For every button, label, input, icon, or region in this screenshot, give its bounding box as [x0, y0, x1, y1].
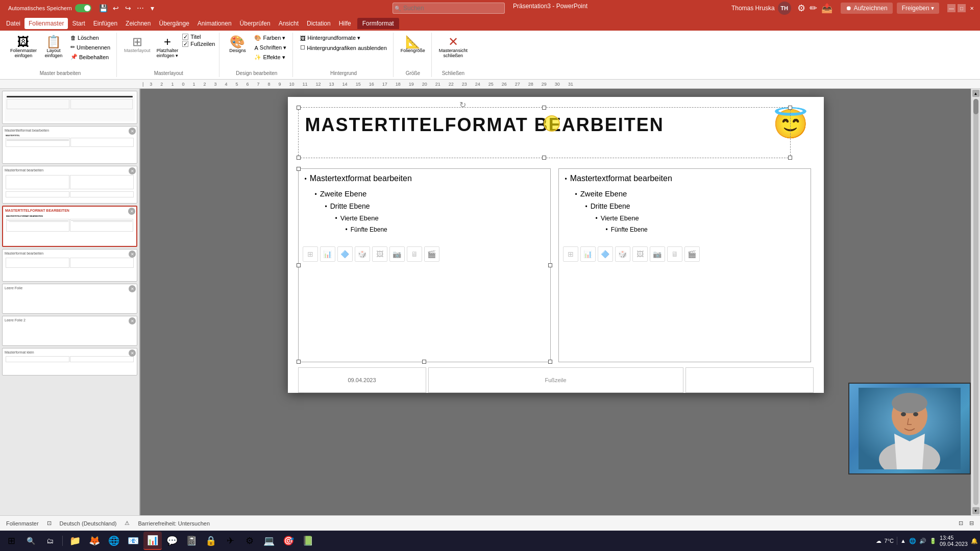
taskbar-chrome[interactable]: 🌐: [105, 532, 123, 550]
qa-dropdown-button[interactable]: ▾: [148, 3, 158, 13]
left-handle-br[interactable]: [548, 360, 552, 364]
scroll-track[interactable]: [973, 99, 978, 505]
slide-close-2[interactable]: ✕: [129, 128, 136, 135]
scroll-down-button[interactable]: ▼: [972, 507, 979, 514]
menu-folienmaster[interactable]: Folienmaster: [24, 18, 68, 29]
menu-ueberpruefen[interactable]: Überprüfen: [236, 18, 275, 29]
slide-close-5[interactable]: ✕: [129, 251, 136, 258]
maximize-button[interactable]: □: [958, 4, 966, 12]
masteransicht-schliessen-button[interactable]: ✕ Masteransichtschließen: [437, 34, 470, 60]
handle-tm[interactable]: [542, 106, 546, 110]
taskbar-onenote[interactable]: 📓: [182, 532, 201, 550]
slide-thumb-5[interactable]: ✕ Masterformat bearbeiten: [2, 249, 137, 282]
normal-view-icon[interactable]: ⊡: [959, 520, 963, 527]
content-area-right[interactable]: • Mastertextformat bearbeiten • Zweite E…: [558, 168, 811, 362]
handle-tr[interactable]: [788, 106, 792, 110]
record-button[interactable]: ⏺ Aufzeichnen: [841, 3, 893, 14]
slide-sorter-icon[interactable]: ⊟: [969, 520, 974, 527]
taskbar-firefox[interactable]: 🦊: [85, 532, 104, 550]
folienmaster-einfuegen-button[interactable]: 🖼 Folienmastereinfügen: [8, 34, 39, 60]
layout-einfuegen-button[interactable]: 📋 Layouteinfügen: [41, 34, 66, 60]
beibehalten-button[interactable]: 📌 Beibehalten: [68, 53, 112, 61]
schriften-button[interactable]: A Schriften ▾: [252, 43, 288, 52]
autosave-toggle[interactable]: [75, 4, 91, 12]
taskbar-powerpoint[interactable]: 📊: [143, 532, 162, 550]
slide-thumb-2[interactable]: ✕ Mastertitelformat bearbeiten MASTERTIT…: [2, 126, 137, 164]
taskbar-explorer[interactable]: 📁: [66, 532, 84, 550]
slide-panel[interactable]: ✕ Mastertitelformat bearbeiten MASTERTIT…: [0, 89, 140, 515]
slide-close-3[interactable]: ✕: [129, 167, 136, 174]
slide-close-8[interactable]: ✕: [129, 349, 136, 357]
masterlayout-button[interactable]: ⊞ Masterlayout: [122, 34, 153, 55]
fusszeilen-checkbox[interactable]: ✓ Fußzeilen: [182, 41, 215, 47]
slide-thumb-3[interactable]: ✕ Masterformat bearbeiten: [2, 166, 137, 204]
taskbar-vpn[interactable]: 🔒: [202, 532, 220, 550]
taskbar-telegram[interactable]: ✈: [221, 532, 239, 550]
menu-start[interactable]: Start: [68, 18, 89, 29]
handle-br[interactable]: [788, 156, 792, 160]
taskbar-misc1[interactable]: ⚙: [240, 532, 259, 550]
left-handle-tl[interactable]: [297, 167, 301, 171]
handle-tl[interactable]: [297, 106, 301, 110]
share2-icon[interactable]: 📤: [821, 3, 832, 14]
farben-button[interactable]: 🎨 Farben ▾: [252, 34, 288, 42]
loeschen-button[interactable]: 🗑 Löschen: [68, 34, 112, 42]
effekte-button[interactable]: ✨ Effekte ▾: [252, 53, 288, 62]
save-button[interactable]: 💾: [99, 3, 109, 13]
menu-uebergaenge[interactable]: Übergänge: [155, 18, 193, 29]
slide-thumb-8[interactable]: ✕ Masterformat klein: [2, 348, 137, 375]
taskbar-teams[interactable]: 💬: [163, 532, 181, 550]
menu-formformat[interactable]: Formformat: [357, 18, 399, 29]
slide-close-7[interactable]: ✕: [129, 317, 136, 324]
handle-bm[interactable]: [542, 156, 546, 160]
redo-button[interactable]: ↪: [123, 3, 133, 13]
taskbar-sound-icon[interactable]: 🔊: [919, 538, 926, 544]
slide-thumb-4[interactable]: ✕ MASTERTITELFORMAT BEARBEITEN MASTERTIT…: [2, 206, 137, 247]
taskbar-search-icon[interactable]: 🔍: [21, 532, 40, 550]
menu-hilfe[interactable]: Hilfe: [335, 18, 355, 29]
menu-animationen[interactable]: Animationen: [193, 18, 236, 29]
scroll-up-button[interactable]: ▲: [972, 90, 979, 97]
menu-ansicht[interactable]: Ansicht: [275, 18, 303, 29]
platzhalter-einfuegen-button[interactable]: + Platzhaltereinfügen ▾: [155, 34, 181, 60]
titel-checkbox[interactable]: ✓ Titel: [182, 34, 215, 40]
right-scrollbar[interactable]: ▲ ▼: [971, 89, 980, 515]
taskbar-battery-icon[interactable]: 🔋: [929, 538, 937, 544]
slide-thumb-1[interactable]: [2, 91, 137, 124]
footer-text[interactable]: Fußzeile: [428, 367, 683, 393]
settings-icon[interactable]: ⚙: [797, 3, 805, 14]
content-area-left[interactable]: • Mastertextformat bearbeiten • Zweite E…: [298, 168, 551, 362]
canvas-area[interactable]: MASTERTITELFORMAT BEARBEITEN ↻ 😇: [140, 89, 971, 515]
taskbar-misc2[interactable]: 💻: [260, 532, 278, 550]
search-input[interactable]: [393, 3, 505, 14]
taskbar-network-icon[interactable]: 🌐: [909, 538, 916, 544]
taskbar-notification-icon[interactable]: 🔔: [971, 538, 978, 544]
taskbar-excel[interactable]: 📗: [299, 532, 317, 550]
slide-close-6[interactable]: ✕: [129, 285, 136, 292]
slide-close-4[interactable]: ✕: [128, 208, 135, 215]
designs-button[interactable]: 🎨 Designs: [225, 34, 250, 55]
taskbar-outlook[interactable]: 📧: [124, 532, 142, 550]
slide-thumb-7[interactable]: ✕ Leere Folie 2: [2, 316, 137, 346]
taskbar-misc3[interactable]: 🎯: [279, 532, 298, 550]
footer-page[interactable]: [685, 367, 814, 393]
menu-dictation[interactable]: Dictation: [303, 18, 335, 29]
slide-thumb-6[interactable]: ✕ Leere Folie: [2, 284, 137, 314]
taskview-icon[interactable]: 🗂: [41, 532, 59, 550]
menu-datei[interactable]: Datei: [2, 18, 24, 29]
undo-button[interactable]: ↩: [111, 3, 121, 13]
edit-icon[interactable]: ✏: [810, 3, 817, 14]
more-qa-button[interactable]: ⋯: [135, 3, 145, 13]
taskbar-up-icon[interactable]: ▲: [900, 538, 906, 544]
footer-date[interactable]: 09.04.2023: [298, 367, 426, 393]
minimize-button[interactable]: —: [947, 4, 955, 12]
umbenennen-button[interactable]: ✏ Umbenennen: [68, 43, 112, 52]
hintergrundformate-button[interactable]: 🖼 Hintergrundformate ▾: [298, 34, 389, 42]
menu-einfuegen[interactable]: Einfügen: [89, 18, 121, 29]
menu-zeichnen[interactable]: Zeichnen: [121, 18, 155, 29]
windows-start-button[interactable]: ⊞: [2, 532, 20, 550]
share-button[interactable]: Freigeben ▾: [897, 3, 939, 14]
hintergrundgrafiken-button[interactable]: ☐ Hintergrundgrafiken ausblenden: [298, 43, 389, 52]
handle-bl[interactable]: [297, 156, 301, 160]
foliengroesse-button[interactable]: 📐 Foliengröße: [399, 34, 427, 55]
